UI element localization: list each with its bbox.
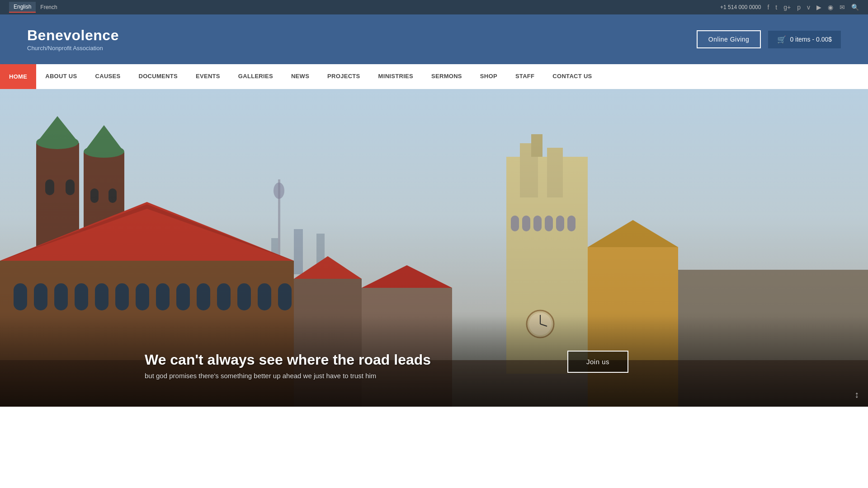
site-header: Benevolence Church/Nonprofit Association… — [0, 14, 868, 64]
top-bar: English French +1 514 000 0000 f t g+ p … — [0, 0, 868, 14]
top-bar-right: +1 514 000 0000 f t g+ p v ▶ ◉ ✉ 🔍 — [720, 4, 859, 11]
cart-icon: 🛒 — [777, 35, 786, 44]
french-lang-button[interactable]: French — [36, 2, 61, 13]
nav-causes[interactable]: CAUSES — [86, 64, 130, 89]
pinterest-icon[interactable]: p — [797, 4, 801, 11]
brand-title: Benevolence — [27, 27, 119, 44]
nav-about-us[interactable]: ABOUT US — [36, 64, 86, 89]
search-icon[interactable]: 🔍 — [851, 4, 859, 11]
nav-sermons[interactable]: SERMONS — [422, 64, 471, 89]
nav-contact-us[interactable]: CONTACT US — [543, 64, 601, 89]
nav-staff[interactable]: STAFF — [506, 64, 543, 89]
join-us-button[interactable]: Join us — [567, 351, 628, 373]
twitter-icon[interactable]: t — [775, 4, 777, 11]
nav-news[interactable]: NEWS — [282, 64, 318, 89]
scroll-indicator: ↕ — [854, 389, 859, 400]
hero-content: We can't always see where the road leads… — [145, 352, 431, 380]
nav-events[interactable]: EVENTS — [187, 64, 229, 89]
facebook-icon[interactable]: f — [767, 4, 769, 11]
nav-galleries[interactable]: GALLERIES — [229, 64, 282, 89]
nav-ministries[interactable]: MINISTRIES — [369, 64, 422, 89]
googleplus-icon[interactable]: g+ — [783, 4, 791, 11]
youtube-icon[interactable]: ▶ — [816, 4, 821, 11]
vimeo-icon[interactable]: v — [807, 4, 810, 11]
language-switcher: English French — [9, 2, 62, 13]
hero-subtext: but god promises there's something bette… — [145, 372, 431, 380]
hero-heading: We can't always see where the road leads — [145, 352, 431, 368]
cart-button[interactable]: 🛒 0 items - 0.00$ — [768, 31, 841, 48]
main-navigation: HOME ABOUT US CAUSES DOCUMENTS EVENTS GA… — [0, 64, 868, 89]
hero-section: We can't always see where the road leads… — [0, 89, 868, 407]
hero-text-overlay — [0, 316, 868, 407]
online-giving-button[interactable]: Online Giving — [697, 30, 761, 48]
cart-label: 0 items - 0.00$ — [790, 36, 832, 43]
rss-icon[interactable]: ◉ — [828, 4, 833, 11]
nav-home[interactable]: HOME — [0, 64, 36, 89]
email-icon[interactable]: ✉ — [840, 4, 845, 11]
nav-shop[interactable]: SHOP — [471, 64, 506, 89]
english-lang-button[interactable]: English — [9, 2, 36, 13]
nav-documents[interactable]: DOCUMENTS — [129, 64, 186, 89]
brand: Benevolence Church/Nonprofit Association — [27, 27, 119, 52]
phone-number: +1 514 000 0000 — [720, 4, 761, 10]
header-right: Online Giving 🛒 0 items - 0.00$ — [697, 30, 841, 48]
nav-projects[interactable]: PROJECTS — [318, 64, 369, 89]
brand-subtitle: Church/Nonprofit Association — [27, 45, 119, 52]
